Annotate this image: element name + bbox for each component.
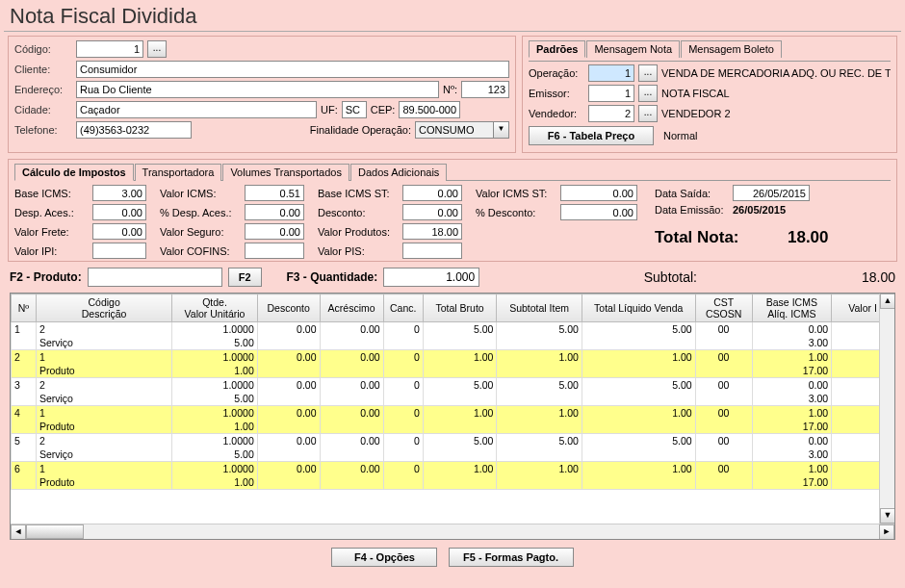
tab-mensagem-boleto[interactable]: Mensagem Boleto bbox=[681, 40, 782, 58]
f2-produto-label: F2 - Produto: bbox=[10, 270, 82, 284]
valor-frete-input[interactable] bbox=[92, 223, 146, 240]
base-icms-st-input[interactable] bbox=[402, 185, 462, 201]
grid-header[interactable]: Desconto bbox=[257, 294, 320, 322]
f5-formas-pagto-button[interactable]: F5 - Formas Pagto. bbox=[449, 548, 574, 567]
scroll-up-icon[interactable]: ▲ bbox=[880, 294, 895, 309]
grid-header[interactable]: Total Bruto bbox=[423, 294, 497, 322]
f2-button[interactable]: F2 bbox=[228, 268, 262, 287]
table-row[interactable]: 321.00000.000.0005.005.005.00000.00 bbox=[12, 378, 894, 393]
endereco-label: Endereço: bbox=[14, 84, 72, 95]
base-icms-input[interactable] bbox=[92, 185, 146, 201]
grid-header[interactable]: CSTCSOSN bbox=[695, 294, 752, 322]
grid-header[interactable]: CódigoDescrição bbox=[36, 294, 171, 322]
quantidade-input[interactable] bbox=[383, 268, 479, 287]
grid-header[interactable]: Canc. bbox=[383, 294, 423, 322]
tab-dados-adicionais[interactable]: Dados Adicionais bbox=[350, 164, 447, 181]
scroll-down-icon[interactable]: ▼ bbox=[880, 508, 895, 524]
operacao-input[interactable] bbox=[588, 64, 634, 82]
pct-desp-input[interactable] bbox=[245, 204, 304, 220]
emissor-lookup-button[interactable]: ... bbox=[638, 85, 658, 102]
valor-cofins-input[interactable] bbox=[245, 243, 304, 259]
codigo-label: Código: bbox=[14, 43, 72, 55]
endereco-input[interactable] bbox=[76, 81, 439, 98]
f6-tabela-preco-button[interactable]: F6 - Tabela Preço bbox=[529, 126, 654, 145]
page-title: Nota Fiscal Dividida bbox=[0, 0, 905, 31]
grid-header[interactable]: Total Líquido Venda bbox=[582, 294, 695, 322]
cliente-label: Cliente: bbox=[14, 64, 72, 75]
valor-pis-input[interactable] bbox=[402, 243, 462, 259]
subtotal-label: Subtotal: bbox=[644, 269, 697, 285]
total-nota-label: Total Nota: bbox=[655, 228, 739, 247]
valor-icms-st-input[interactable] bbox=[560, 185, 637, 201]
table-row[interactable]: 411.00000.000.0001.001.001.00001.00 bbox=[12, 406, 894, 421]
num-input[interactable] bbox=[461, 81, 509, 98]
uf-label: UF: bbox=[321, 104, 338, 115]
valor-produtos-input[interactable] bbox=[402, 223, 462, 240]
vendedor-label: Vendedor: bbox=[529, 108, 584, 119]
f4-opcoes-button[interactable]: F4 - Opções bbox=[331, 548, 437, 567]
finalidade-label: Finalidade Operação: bbox=[310, 124, 411, 136]
telefone-input[interactable] bbox=[76, 121, 192, 139]
grid-header[interactable]: Acréscimo bbox=[320, 294, 383, 322]
finalidade-select[interactable]: ▼ bbox=[415, 121, 509, 139]
scroll-right-icon[interactable]: ► bbox=[879, 524, 894, 540]
f3-quantidade-label: F3 - Quantidade: bbox=[287, 270, 378, 284]
cliente-input[interactable] bbox=[76, 61, 509, 78]
pct-desconto-input[interactable] bbox=[560, 204, 637, 220]
total-nota-value: 18.00 bbox=[742, 228, 829, 247]
vendedor-input[interactable] bbox=[588, 105, 634, 122]
horizontal-scrollbar[interactable]: ◄ ► bbox=[11, 524, 894, 539]
padroes-panel: Padrões Mensagem Nota Mensagem Boleto Op… bbox=[522, 36, 897, 153]
grid-header[interactable]: Nº bbox=[12, 294, 37, 322]
valor-ipi-input[interactable] bbox=[92, 243, 146, 259]
table-row[interactable]: 211.00000.000.0001.001.001.00001.00 bbox=[12, 350, 894, 365]
grid-header[interactable]: Qtde.Valor Unitário bbox=[172, 294, 257, 322]
data-emissao-value: 26/05/2015 bbox=[733, 204, 786, 216]
client-panel: Código: ... Cliente: Endereço: Nº: Cidad… bbox=[8, 36, 516, 153]
items-grid[interactable]: NºCódigoDescriçãoQtde.Valor UnitárioDesc… bbox=[10, 293, 895, 540]
table-row[interactable]: 121.00000.000.0005.005.005.00000.00 bbox=[12, 322, 894, 337]
grid-header[interactable]: Subtotal Item bbox=[497, 294, 582, 322]
tab-calculo-impostos[interactable]: Cálculo de Impostos bbox=[14, 164, 134, 181]
desconto-input[interactable] bbox=[402, 204, 462, 220]
vendedor-lookup-button[interactable]: ... bbox=[638, 105, 658, 122]
f6-desc: Normal bbox=[663, 130, 697, 141]
table-row[interactable]: 521.00000.000.0005.005.005.00000.00 bbox=[12, 434, 894, 448]
operacao-label: Operação: bbox=[529, 67, 584, 79]
uf-input[interactable] bbox=[342, 101, 367, 118]
emissor-desc: NOTA FISCAL bbox=[661, 88, 730, 99]
operacao-lookup-button[interactable]: ... bbox=[638, 64, 658, 82]
cep-input[interactable] bbox=[399, 101, 460, 118]
table-row[interactable]: 611.00000.000.0001.001.001.00001.00 bbox=[12, 462, 894, 476]
produto-input[interactable] bbox=[88, 268, 222, 287]
desp-aces-input[interactable] bbox=[92, 204, 146, 220]
num-label: Nº: bbox=[443, 84, 457, 95]
tab-volumes-transportados[interactable]: Volumes Transportados bbox=[222, 164, 349, 181]
emissor-label: Emissor: bbox=[529, 88, 584, 99]
cep-label: CEP: bbox=[371, 104, 396, 115]
codigo-input[interactable] bbox=[76, 40, 143, 58]
tab-transportadora[interactable]: Transportadora bbox=[135, 164, 222, 181]
valor-seguro-input[interactable] bbox=[245, 223, 304, 240]
vertical-scrollbar[interactable]: ▲ ▼ bbox=[879, 294, 894, 524]
chevron-down-icon[interactable]: ▼ bbox=[494, 121, 509, 139]
grid-header[interactable]: Base ICMSAlíq. ICMS bbox=[752, 294, 832, 322]
tab-padroes[interactable]: Padrões bbox=[529, 40, 585, 58]
cidade-label: Cidade: bbox=[14, 104, 72, 115]
valor-icms-input[interactable] bbox=[245, 185, 304, 201]
vendedor-desc: VENDEDOR 2 bbox=[661, 108, 731, 119]
data-saida-input[interactable] bbox=[733, 185, 810, 201]
codigo-lookup-button[interactable]: ... bbox=[147, 40, 167, 58]
operacao-desc: VENDA DE MERCADORIA ADQ. OU REC. DE TER bbox=[661, 67, 891, 79]
subtotal-value: 18.00 bbox=[818, 269, 895, 285]
scroll-left-icon[interactable]: ◄ bbox=[11, 524, 26, 540]
tab-mensagem-nota[interactable]: Mensagem Nota bbox=[586, 40, 680, 58]
cidade-input[interactable] bbox=[76, 101, 317, 118]
telefone-label: Telefone: bbox=[14, 124, 72, 136]
emissor-input[interactable] bbox=[588, 85, 634, 102]
